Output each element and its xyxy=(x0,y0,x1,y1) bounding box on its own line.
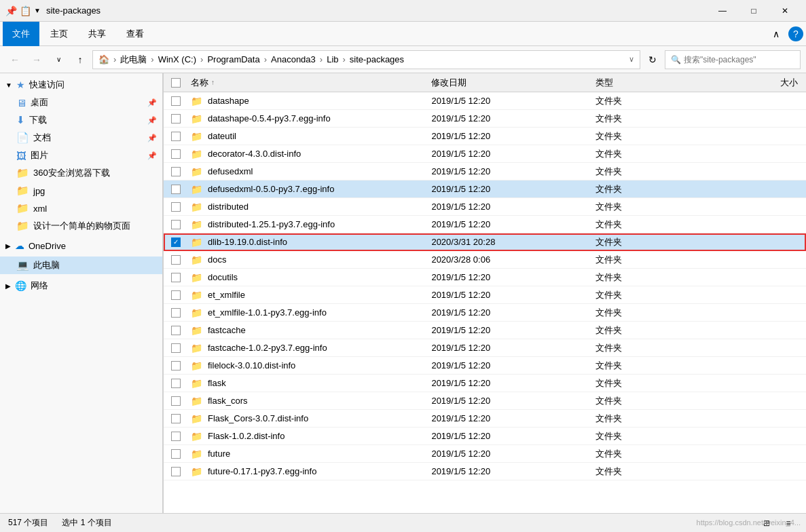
sidebar-item-desktop[interactable]: 🖥 桌面 📌 xyxy=(0,94,162,111)
row-checkbox[interactable] xyxy=(171,326,181,335)
row-checkbox[interactable] xyxy=(171,202,181,212)
table-row[interactable]: 📁docutils2019/1/5 12:20文件夹 xyxy=(164,269,806,286)
quick-access-header[interactable]: ▼ ★ 快速访问 xyxy=(0,76,162,94)
row-checkbox[interactable] xyxy=(171,220,181,229)
row-checkbox[interactable] xyxy=(171,167,181,176)
row-checkbox[interactable] xyxy=(171,255,181,265)
help-button[interactable]: ? xyxy=(788,26,803,41)
row-checkbox[interactable] xyxy=(171,308,181,318)
table-row[interactable]: 📁distributed-1.25.1-py3.7.egg-info2019/1… xyxy=(164,216,806,233)
sidebar-item-documents[interactable]: 📄 文档 📌 xyxy=(0,129,162,147)
up-button[interactable]: ↑ xyxy=(71,50,90,69)
table-row[interactable]: 📁flask_cors2019/1/5 12:20文件夹 xyxy=(164,392,806,410)
sidebar-item-downloads[interactable]: ⬇ 下载 📌 xyxy=(0,111,162,129)
table-row[interactable]: 📁dateutil2019/1/5 12:20文件夹 xyxy=(164,128,806,145)
table-row[interactable]: 📁fastcache-1.0.2-py3.7.egg-info2019/1/5 … xyxy=(164,339,806,357)
table-row[interactable]: 📁filelock-3.0.10.dist-info2019/1/5 12:20… xyxy=(164,357,806,375)
row-checkbox[interactable] xyxy=(171,449,181,459)
tab-home[interactable]: 主页 xyxy=(41,22,77,46)
row-checkbox[interactable] xyxy=(171,379,181,388)
onedrive-header[interactable]: ▶ ☁ OneDrive xyxy=(0,238,162,254)
table-row[interactable]: 📁fastcache2019/1/5 12:20文件夹 xyxy=(164,322,806,339)
row-date: 2019/1/5 12:20 xyxy=(426,307,590,318)
sidebar-item-xml[interactable]: 📁 xml xyxy=(0,200,162,217)
table-row[interactable]: 📁defusedxml2019/1/5 12:20文件夹 xyxy=(164,163,806,180)
search-input[interactable] xyxy=(684,55,794,64)
breadcrumb-pc[interactable]: 此电脑 xyxy=(120,54,147,66)
maximize-button[interactable]: □ xyxy=(738,0,769,22)
tab-file[interactable]: 文件 xyxy=(3,22,39,46)
table-row[interactable]: 📁decorator-4.3.0.dist-info2019/1/5 12:20… xyxy=(164,145,806,163)
row-checkbox[interactable]: ✓ xyxy=(171,238,181,247)
breadcrumb-programdata[interactable]: ProgramData xyxy=(207,54,259,64)
chevron-down-icon: ▼ xyxy=(5,81,12,89)
row-checkbox[interactable] xyxy=(171,185,181,194)
row-checkbox[interactable] xyxy=(171,432,181,441)
row-checkbox-cell xyxy=(166,343,185,353)
table-row[interactable]: 📁Flask-1.0.2.dist-info2019/1/5 12:20文件夹 xyxy=(164,428,806,445)
table-row[interactable]: 📁datashape-0.5.4-py3.7.egg-info2019/1/5 … xyxy=(164,110,806,128)
row-checkbox[interactable] xyxy=(171,467,181,476)
row-checkbox[interactable] xyxy=(171,361,181,370)
row-type: 文件夹 xyxy=(590,218,716,231)
row-name: 📁distributed-1.25.1-py3.7.egg-info xyxy=(185,219,426,230)
network-header[interactable]: ▶ 🌐 网络 xyxy=(0,277,162,294)
column-name[interactable]: 名称 ↑ xyxy=(185,77,426,89)
sidebar-item-jpg[interactable]: 📁 jpg xyxy=(0,182,162,200)
table-row[interactable]: 📁distributed2019/1/5 12:20文件夹 xyxy=(164,198,806,216)
table-row[interactable]: 📁et_xmlfile-1.0.1-py3.7.egg-info2019/1/5… xyxy=(164,304,806,322)
close-button[interactable]: ✕ xyxy=(769,0,801,22)
table-row[interactable]: ✓📁dlib-19.19.0.dist-info2020/3/31 20:28文… xyxy=(164,233,806,251)
table-row[interactable]: 📁Flask_Cors-3.0.7.dist-info2019/1/5 12:2… xyxy=(164,410,806,428)
sidebar-label-xml: xml xyxy=(33,204,47,214)
table-row[interactable]: 📁defusedxml-0.5.0-py3.7.egg-info2019/1/5… xyxy=(164,180,806,198)
ribbon-collapse-button[interactable]: ∧ xyxy=(767,24,786,43)
header-checkbox[interactable] xyxy=(166,78,185,88)
sidebar-item-360[interactable]: 📁 360安全浏览器下载 xyxy=(0,164,162,182)
row-checkbox[interactable] xyxy=(171,396,181,406)
refresh-button[interactable]: ↻ xyxy=(643,50,662,69)
column-size[interactable]: 大小 xyxy=(716,77,803,89)
dropdown-nav-button[interactable]: ∨ xyxy=(49,50,68,69)
search-box[interactable]: 🔍 xyxy=(665,50,801,69)
ribbon-expand: ∧ ? xyxy=(767,24,803,43)
dropdown-icon[interactable]: ▼ xyxy=(34,7,41,14)
row-checkbox[interactable] xyxy=(171,290,181,300)
row-type: 文件夹 xyxy=(590,254,716,266)
table-row[interactable]: 📁future-0.17.1-py3.7.egg-info2019/1/5 12… xyxy=(164,463,806,480)
back-button[interactable]: ← xyxy=(5,50,24,69)
sidebar-item-this-pc[interactable]: 💻 此电脑 xyxy=(0,256,162,274)
tab-view[interactable]: 查看 xyxy=(117,22,153,46)
column-date[interactable]: 修改日期 xyxy=(426,77,590,89)
file-name: fastcache xyxy=(208,325,246,335)
column-type[interactable]: 类型 xyxy=(590,77,716,89)
address-box[interactable]: 🏠 › 此电脑 › WinX (C:) › ProgramData › Anac… xyxy=(92,50,640,69)
table-row[interactable]: 📁flask2019/1/5 12:20文件夹 xyxy=(164,375,806,392)
breadcrumb-site[interactable]: site-packages xyxy=(350,54,404,64)
address-chevron-icon[interactable]: ∨ xyxy=(629,55,634,64)
table-row[interactable]: 📁datashape2019/1/5 12:20文件夹 xyxy=(164,92,806,110)
row-checkbox[interactable] xyxy=(171,273,181,282)
file-rows-container: 📁datashape2019/1/5 12:20文件夹📁datashape-0.… xyxy=(164,92,806,480)
table-row[interactable]: 📁docs2020/3/28 0:06文件夹 xyxy=(164,251,806,269)
breadcrumb-lib[interactable]: Lib xyxy=(327,54,338,64)
row-checkbox[interactable] xyxy=(171,96,181,106)
row-checkbox[interactable] xyxy=(171,132,181,141)
row-name: 📁dateutil xyxy=(185,131,426,142)
row-checkbox[interactable] xyxy=(171,414,181,423)
breadcrumb-drive[interactable]: WinX (C:) xyxy=(158,54,196,64)
row-name: 📁fastcache-1.0.2-py3.7.egg-info xyxy=(185,343,426,354)
sidebar-item-pictures[interactable]: 🖼 图片 📌 xyxy=(0,147,162,164)
row-checkbox[interactable] xyxy=(171,114,181,124)
folder-icon: 📁 xyxy=(191,131,202,142)
tab-share[interactable]: 共享 xyxy=(79,22,115,46)
select-all-checkbox[interactable] xyxy=(171,78,181,88)
row-checkbox[interactable] xyxy=(171,343,181,353)
table-row[interactable]: 📁et_xmlfile2019/1/5 12:20文件夹 xyxy=(164,286,806,304)
sidebar-item-shopping[interactable]: 📁 设计一个简单的购物页面 xyxy=(0,217,162,235)
table-row[interactable]: 📁future2019/1/5 12:20文件夹 xyxy=(164,445,806,463)
forward-button[interactable]: → xyxy=(27,50,46,69)
minimize-button[interactable]: — xyxy=(707,0,738,22)
row-checkbox[interactable] xyxy=(171,149,181,159)
breadcrumb-anaconda[interactable]: Anaconda3 xyxy=(271,54,316,64)
